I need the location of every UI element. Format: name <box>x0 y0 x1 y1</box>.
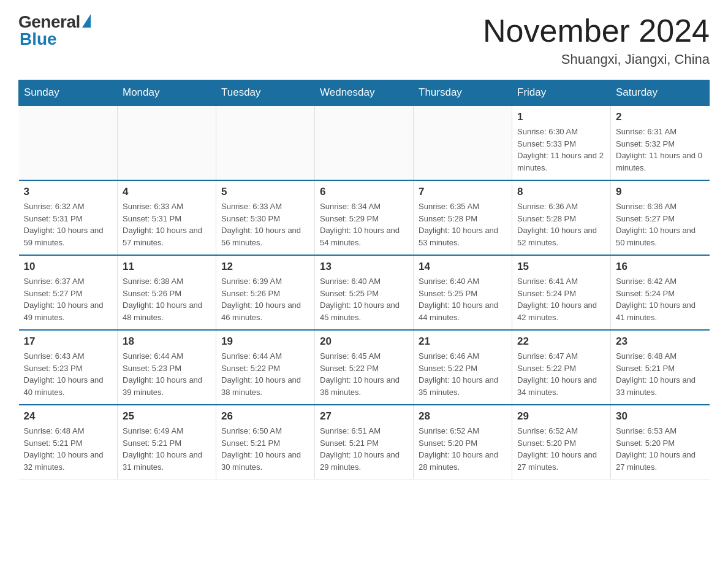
calendar-cell: 15Sunrise: 6:41 AMSunset: 5:24 PMDayligh… <box>512 255 611 330</box>
calendar-cell: 25Sunrise: 6:49 AMSunset: 5:21 PMDayligh… <box>118 405 216 480</box>
weekday-header-wednesday: Wednesday <box>315 80 414 106</box>
day-info: Sunrise: 6:48 AMSunset: 5:21 PMDaylight:… <box>616 350 705 398</box>
day-number: 18 <box>123 335 211 348</box>
calendar-cell: 6Sunrise: 6:34 AMSunset: 5:29 PMDaylight… <box>315 180 414 255</box>
day-info: Sunrise: 6:47 AMSunset: 5:22 PMDaylight:… <box>517 350 605 398</box>
calendar-week-1: 1Sunrise: 6:30 AMSunset: 5:33 PMDaylight… <box>19 105 710 180</box>
calendar-cell: 19Sunrise: 6:44 AMSunset: 5:22 PMDayligh… <box>216 330 315 405</box>
day-info: Sunrise: 6:50 AMSunset: 5:21 PMDaylight:… <box>221 425 309 473</box>
day-info: Sunrise: 6:36 AMSunset: 5:27 PMDaylight:… <box>616 201 705 248</box>
weekday-header-sunday: Sunday <box>19 80 118 106</box>
day-number: 17 <box>24 335 113 348</box>
day-info: Sunrise: 6:44 AMSunset: 5:22 PMDaylight:… <box>221 350 309 398</box>
title-block: November 2024 Shuangxi, Jiangxi, China <box>483 12 710 67</box>
day-number: 28 <box>419 410 507 423</box>
calendar-cell: 17Sunrise: 6:43 AMSunset: 5:23 PMDayligh… <box>19 330 118 405</box>
calendar-cell <box>216 105 315 180</box>
day-number: 1 <box>517 111 605 123</box>
day-number: 2 <box>616 111 705 123</box>
day-number: 19 <box>221 335 309 348</box>
calendar-table: SundayMondayTuesdayWednesdayThursdayFrid… <box>18 80 710 480</box>
day-number: 21 <box>419 335 507 348</box>
day-info: Sunrise: 6:38 AMSunset: 5:26 PMDaylight:… <box>123 275 211 323</box>
weekday-header-tuesday: Tuesday <box>216 80 315 106</box>
day-number: 27 <box>320 410 408 423</box>
day-number: 9 <box>616 186 705 198</box>
day-info: Sunrise: 6:30 AMSunset: 5:33 PMDaylight:… <box>517 126 605 174</box>
calendar-week-5: 24Sunrise: 6:48 AMSunset: 5:21 PMDayligh… <box>19 405 710 480</box>
day-number: 11 <box>123 261 211 273</box>
weekday-header-row: SundayMondayTuesdayWednesdayThursdayFrid… <box>19 80 710 106</box>
day-number: 22 <box>517 335 605 348</box>
day-info: Sunrise: 6:40 AMSunset: 5:25 PMDaylight:… <box>320 275 408 323</box>
day-info: Sunrise: 6:41 AMSunset: 5:24 PMDaylight:… <box>517 275 605 323</box>
day-info: Sunrise: 6:52 AMSunset: 5:20 PMDaylight:… <box>517 425 605 473</box>
calendar-cell: 10Sunrise: 6:37 AMSunset: 5:27 PMDayligh… <box>19 255 118 330</box>
calendar-cell: 4Sunrise: 6:33 AMSunset: 5:31 PMDaylight… <box>118 180 216 255</box>
day-info: Sunrise: 6:46 AMSunset: 5:22 PMDaylight:… <box>419 350 507 398</box>
calendar-cell <box>315 105 414 180</box>
day-info: Sunrise: 6:49 AMSunset: 5:21 PMDaylight:… <box>123 425 211 473</box>
day-number: 23 <box>616 335 705 348</box>
day-number: 16 <box>616 261 705 273</box>
day-number: 7 <box>419 186 507 198</box>
day-info: Sunrise: 6:39 AMSunset: 5:26 PMDaylight:… <box>221 275 309 323</box>
day-info: Sunrise: 6:51 AMSunset: 5:21 PMDaylight:… <box>320 425 408 473</box>
calendar-cell: 22Sunrise: 6:47 AMSunset: 5:22 PMDayligh… <box>512 330 611 405</box>
day-info: Sunrise: 6:48 AMSunset: 5:21 PMDaylight:… <box>24 425 113 473</box>
day-info: Sunrise: 6:36 AMSunset: 5:28 PMDaylight:… <box>517 201 605 248</box>
calendar-cell: 14Sunrise: 6:40 AMSunset: 5:25 PMDayligh… <box>414 255 512 330</box>
day-info: Sunrise: 6:42 AMSunset: 5:24 PMDaylight:… <box>616 275 705 323</box>
calendar-cell: 7Sunrise: 6:35 AMSunset: 5:28 PMDaylight… <box>414 180 512 255</box>
page-header: General Blue November 2024 Shuangxi, Jia… <box>18 12 710 67</box>
day-number: 26 <box>221 410 309 423</box>
calendar-cell: 5Sunrise: 6:33 AMSunset: 5:30 PMDaylight… <box>216 180 315 255</box>
calendar-cell: 12Sunrise: 6:39 AMSunset: 5:26 PMDayligh… <box>216 255 315 330</box>
day-info: Sunrise: 6:53 AMSunset: 5:20 PMDaylight:… <box>616 425 705 473</box>
day-number: 3 <box>24 186 113 198</box>
day-number: 5 <box>221 186 309 198</box>
day-number: 6 <box>320 186 408 198</box>
day-info: Sunrise: 6:44 AMSunset: 5:23 PMDaylight:… <box>123 350 211 398</box>
day-info: Sunrise: 6:34 AMSunset: 5:29 PMDaylight:… <box>320 201 408 248</box>
logo-blue-text: Blue <box>20 29 57 49</box>
calendar-cell: 9Sunrise: 6:36 AMSunset: 5:27 PMDaylight… <box>611 180 710 255</box>
day-number: 12 <box>221 261 309 273</box>
day-info: Sunrise: 6:32 AMSunset: 5:31 PMDaylight:… <box>24 201 113 248</box>
day-info: Sunrise: 6:40 AMSunset: 5:25 PMDaylight:… <box>419 275 507 323</box>
month-title: November 2024 <box>483 12 710 49</box>
calendar-cell: 20Sunrise: 6:45 AMSunset: 5:22 PMDayligh… <box>315 330 414 405</box>
weekday-header-friday: Friday <box>512 80 611 106</box>
calendar-cell: 23Sunrise: 6:48 AMSunset: 5:21 PMDayligh… <box>611 330 710 405</box>
calendar-cell: 1Sunrise: 6:30 AMSunset: 5:33 PMDaylight… <box>512 105 611 180</box>
day-info: Sunrise: 6:33 AMSunset: 5:31 PMDaylight:… <box>123 201 211 248</box>
weekday-header-thursday: Thursday <box>414 80 512 106</box>
calendar-cell: 3Sunrise: 6:32 AMSunset: 5:31 PMDaylight… <box>19 180 118 255</box>
logo-triangle-icon <box>82 14 91 28</box>
day-number: 4 <box>123 186 211 198</box>
logo: General Blue <box>18 12 91 49</box>
day-number: 20 <box>320 335 408 348</box>
calendar-cell: 29Sunrise: 6:52 AMSunset: 5:20 PMDayligh… <box>512 405 611 480</box>
day-number: 15 <box>517 261 605 273</box>
weekday-header-monday: Monday <box>118 80 216 106</box>
day-number: 13 <box>320 261 408 273</box>
calendar-cell: 21Sunrise: 6:46 AMSunset: 5:22 PMDayligh… <box>414 330 512 405</box>
day-info: Sunrise: 6:31 AMSunset: 5:32 PMDaylight:… <box>616 126 705 174</box>
calendar-week-3: 10Sunrise: 6:37 AMSunset: 5:27 PMDayligh… <box>19 255 710 330</box>
day-number: 29 <box>517 410 605 423</box>
location-title: Shuangxi, Jiangxi, China <box>483 52 710 67</box>
day-info: Sunrise: 6:35 AMSunset: 5:28 PMDaylight:… <box>419 201 507 248</box>
day-number: 10 <box>24 261 113 273</box>
day-info: Sunrise: 6:52 AMSunset: 5:20 PMDaylight:… <box>419 425 507 473</box>
day-number: 25 <box>123 410 211 423</box>
calendar-cell: 11Sunrise: 6:38 AMSunset: 5:26 PMDayligh… <box>118 255 216 330</box>
calendar-cell: 13Sunrise: 6:40 AMSunset: 5:25 PMDayligh… <box>315 255 414 330</box>
calendar-cell <box>414 105 512 180</box>
day-number: 8 <box>517 186 605 198</box>
calendar-cell: 28Sunrise: 6:52 AMSunset: 5:20 PMDayligh… <box>414 405 512 480</box>
calendar-cell: 18Sunrise: 6:44 AMSunset: 5:23 PMDayligh… <box>118 330 216 405</box>
calendar-cell: 30Sunrise: 6:53 AMSunset: 5:20 PMDayligh… <box>611 405 710 480</box>
calendar-cell: 16Sunrise: 6:42 AMSunset: 5:24 PMDayligh… <box>611 255 710 330</box>
day-number: 30 <box>616 410 705 423</box>
